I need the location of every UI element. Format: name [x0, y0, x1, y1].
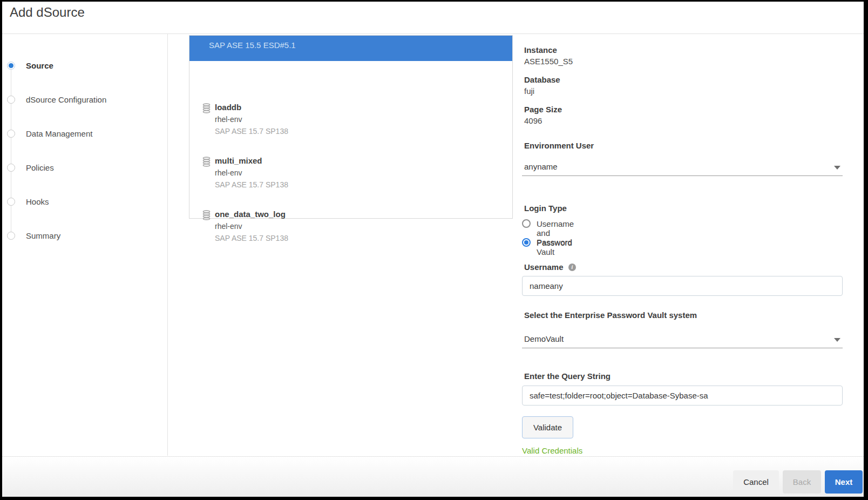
database-icon	[202, 103, 211, 113]
chevron-down-icon	[834, 338, 840, 342]
login-type-label: Login Type	[524, 204, 567, 213]
step-data-management[interactable]: Data Management	[2, 130, 164, 138]
step-label: Policies	[26, 164, 54, 172]
page-size-value: 4096	[524, 116, 542, 125]
list-item-multi-mixed[interactable]: multi_mixed rhel-env SAP ASE 15.7 SP138	[189, 150, 512, 204]
username-label: Username	[524, 262, 564, 272]
step-policies[interactable]: Policies	[2, 164, 164, 172]
page-size-label: Page Size	[524, 105, 562, 114]
validation-status-text: Valid Credentials	[522, 446, 582, 455]
vault-system-value: DemoVault	[524, 334, 564, 343]
environment-user-value: anyname	[524, 162, 558, 171]
vault-system-select[interactable]: DemoVault	[522, 333, 843, 348]
step-label: Data Management	[26, 130, 92, 138]
database-name: loaddb	[215, 103, 241, 112]
step-radio-icon	[7, 198, 15, 206]
step-dsource-configuration[interactable]: dSource Configuration	[2, 96, 164, 104]
database-environment: rhel-env	[215, 168, 242, 177]
database-icon	[202, 210, 211, 220]
query-string-label: Enter the Query String	[524, 371, 611, 381]
step-label: Source	[26, 62, 53, 70]
database-icon	[202, 157, 211, 167]
cancel-button[interactable]: Cancel	[733, 470, 779, 494]
step-radio-icon	[7, 130, 15, 138]
add-dsource-dialog: Add dSource Source dSource Configuration…	[2, 2, 864, 497]
instance-label: Instance	[524, 45, 557, 55]
dialog-footer: Cancel Back Next	[2, 456, 864, 497]
chevron-down-icon	[834, 166, 840, 170]
list-item-loaddb[interactable]: loaddb rhel-env SAP ASE 15.7 SP138	[189, 97, 512, 150]
database-environment: rhel-env	[215, 222, 242, 231]
instance-value: ASE1550_S5	[524, 57, 573, 66]
source-database-list: SAP ASE 15.5 ESD#5.1 loaddb rhel-env SAP…	[189, 35, 513, 219]
header-divider	[2, 33, 864, 34]
database-environment: rhel-env	[215, 115, 242, 124]
username-input[interactable]	[522, 276, 843, 296]
step-radio-icon	[7, 232, 15, 240]
step-summary[interactable]: Summary	[2, 232, 164, 240]
step-radio-icon	[7, 164, 15, 172]
step-radio-icon	[7, 62, 15, 70]
radio-icon	[522, 219, 531, 228]
list-item-one-data-two-log[interactable]: one_data_two_log rhel-env SAP ASE 15.7 S…	[189, 204, 512, 257]
selected-database-row[interactable]: SAP ASE 15.5 ESD#5.1	[189, 36, 512, 61]
step-label: Hooks	[26, 198, 49, 206]
step-label: Summary	[26, 232, 60, 240]
radio-icon	[522, 238, 531, 247]
selected-database-version: SAP ASE 15.5 ESD#5.1	[209, 40, 296, 50]
database-label: Database	[524, 75, 560, 84]
info-icon[interactable]: i	[568, 263, 576, 271]
page-title: Add dSource	[10, 5, 85, 20]
step-connector-line	[11, 64, 11, 234]
database-name: one_data_two_log	[215, 210, 286, 219]
database-name: multi_mixed	[215, 156, 262, 165]
step-hooks[interactable]: Hooks	[2, 198, 164, 206]
back-button[interactable]: Back	[783, 470, 821, 494]
vault-system-label: Select the Enterprise Password Vault sys…	[524, 310, 697, 320]
database-version: SAP ASE 15.7 SP138	[215, 127, 288, 136]
radio-label: Password Vault	[537, 238, 572, 256]
step-label: dSource Configuration	[26, 96, 106, 104]
next-button[interactable]: Next	[825, 470, 863, 494]
sidebar-divider	[167, 33, 168, 456]
database-version: SAP ASE 15.7 SP138	[215, 180, 288, 189]
environment-user-select[interactable]: anyname	[522, 161, 843, 176]
step-radio-icon	[7, 96, 15, 104]
validate-button[interactable]: Validate	[522, 416, 573, 438]
query-string-input[interactable]	[522, 386, 843, 406]
database-version: SAP ASE 15.7 SP138	[215, 234, 288, 242]
environment-user-label: Environment User	[524, 141, 594, 150]
database-value: fuji	[524, 86, 534, 96]
step-source[interactable]: Source	[2, 62, 164, 70]
